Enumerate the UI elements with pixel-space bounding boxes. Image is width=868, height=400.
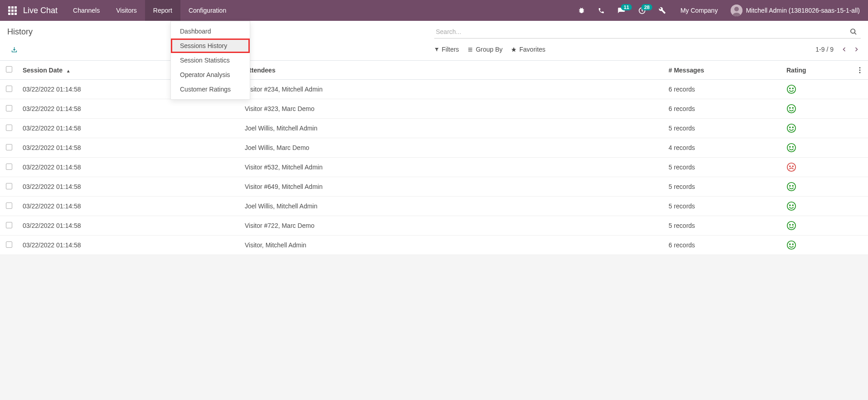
svg-point-3 — [851, 29, 855, 33]
happy-face-icon — [786, 221, 796, 231]
cell-rating — [782, 80, 854, 99]
table-row[interactable]: 03/22/2022 01:14:58Visitor, Mitchell Adm… — [0, 236, 868, 255]
column-rating[interactable]: Rating — [782, 61, 854, 80]
row-checkbox[interactable] — [6, 86, 12, 92]
groupby-button[interactable]: Group By — [467, 46, 503, 53]
row-checkbox[interactable] — [6, 105, 12, 111]
svg-point-22 — [792, 146, 793, 147]
kebab-icon — [859, 67, 861, 73]
happy-face-icon — [786, 182, 796, 192]
row-checkbox[interactable] — [6, 241, 12, 248]
cell-rating — [782, 197, 854, 216]
messages-icon[interactable]: 11 — [613, 3, 630, 18]
apps-icon[interactable] — [4, 2, 21, 19]
cell-messages: 5 records — [664, 119, 782, 138]
cell-messages: 6 records — [664, 236, 782, 255]
cell-rating — [782, 99, 854, 119]
row-checkbox[interactable] — [6, 202, 12, 209]
filters-button[interactable]: Filters — [434, 46, 459, 53]
cell-messages: 5 records — [664, 158, 782, 177]
cell-attendees: Joel Willis, Mitchell Admin — [240, 197, 664, 216]
column-messages[interactable]: # Messages — [664, 61, 782, 80]
svg-point-29 — [787, 202, 795, 210]
favorites-button[interactable]: Favorites — [511, 46, 546, 53]
row-checkbox[interactable] — [6, 183, 12, 189]
company-switcher[interactable]: My Company — [674, 7, 724, 14]
nav-item-configuration[interactable]: Configuration — [180, 0, 234, 21]
happy-face-icon — [786, 201, 796, 211]
table-row[interactable]: 03/22/2022 01:14:58Joel Willis, Marc Dem… — [0, 138, 868, 158]
nav-item-report[interactable]: Report — [145, 0, 180, 21]
nav-right: 11 28 My Company Mitchell Admin (1381802… — [573, 3, 864, 18]
svg-point-25 — [792, 166, 793, 167]
search-box — [434, 25, 861, 39]
debug-icon[interactable] — [573, 3, 590, 18]
sad-face-icon — [786, 162, 796, 172]
svg-point-34 — [792, 224, 793, 225]
cell-attendees: Visitor #532, Mitchell Admin — [240, 158, 664, 177]
svg-point-35 — [787, 241, 795, 249]
row-checkbox[interactable] — [6, 144, 12, 150]
pager-text[interactable]: 1-9 / 9 — [815, 46, 834, 53]
activities-badge: 28 — [641, 4, 652, 10]
dropdown-item-sessions-history[interactable]: Sessions History — [171, 39, 250, 53]
row-checkbox[interactable] — [6, 222, 12, 228]
svg-point-10 — [859, 72, 861, 73]
nav-item-channels[interactable]: Channels — [65, 0, 108, 21]
svg-point-16 — [792, 107, 793, 108]
svg-point-12 — [790, 88, 790, 89]
activities-icon[interactable]: 28 — [634, 3, 650, 18]
svg-point-30 — [790, 205, 790, 206]
cell-session-date: 03/22/2022 01:14:58 — [18, 99, 240, 119]
table-row[interactable]: 03/22/2022 01:14:58Visitor #722, Marc De… — [0, 216, 868, 236]
svg-point-31 — [792, 205, 793, 206]
svg-point-23 — [787, 163, 795, 171]
select-all-checkbox[interactable] — [6, 66, 12, 72]
user-menu[interactable]: Mitchell Admin (13818026-saas-15-1-all) — [728, 5, 864, 16]
row-checkbox[interactable] — [6, 125, 12, 131]
cell-attendees: Visitor #722, Marc Demo — [240, 216, 664, 236]
svg-point-36 — [790, 244, 790, 245]
app-brand[interactable]: Live Chat — [21, 6, 65, 15]
dropdown-item-dashboard[interactable]: Dashboard — [171, 24, 250, 39]
cell-rating — [782, 216, 854, 236]
table-row[interactable]: 03/22/2022 01:14:58Visitor #532, Mitchel… — [0, 158, 868, 177]
table-row[interactable]: 03/22/2022 01:14:58Visitor #323, Marc De… — [0, 99, 868, 119]
cell-messages: 6 records — [664, 80, 782, 99]
svg-point-32 — [787, 222, 795, 230]
table-row[interactable]: 03/22/2022 01:14:58Joel Willis, Mitchell… — [0, 119, 868, 138]
search-input[interactable] — [434, 25, 847, 38]
column-options[interactable] — [854, 61, 868, 80]
main-navbar: Live Chat Channels Visitors Report Confi… — [0, 0, 868, 21]
column-attendees[interactable]: Attendees — [240, 61, 664, 80]
dropdown-item-session-statistics[interactable]: Session Statistics — [171, 53, 250, 67]
table-row[interactable]: 03/22/2022 01:14:58Visitor #649, Mitchel… — [0, 177, 868, 197]
phone-icon[interactable] — [593, 4, 609, 18]
pager-next[interactable] — [852, 44, 861, 55]
svg-line-4 — [854, 33, 856, 34]
cell-rating — [782, 119, 854, 138]
avatar — [731, 5, 742, 16]
tools-icon[interactable] — [654, 3, 670, 18]
cell-messages: 5 records — [664, 216, 782, 236]
svg-point-37 — [792, 244, 793, 245]
search-icon[interactable] — [846, 26, 861, 37]
svg-point-33 — [790, 224, 790, 225]
cell-session-date: 03/22/2022 01:14:58 — [18, 138, 240, 158]
row-checkbox[interactable] — [6, 164, 12, 170]
dropdown-item-operator-analysis[interactable]: Operator Analysis — [171, 67, 250, 82]
sort-asc-icon: ▲ — [66, 68, 71, 73]
table-row[interactable]: 03/22/2022 01:14:58Visitor #234, Mitchel… — [0, 80, 868, 99]
table-row[interactable]: 03/22/2022 01:14:58Joel Willis, Mitchell… — [0, 197, 868, 216]
cell-attendees: Visitor #649, Mitchell Admin — [240, 177, 664, 197]
dropdown-item-customer-ratings[interactable]: Customer Ratings — [171, 82, 250, 96]
cell-rating — [782, 158, 854, 177]
pager-prev[interactable] — [840, 44, 849, 55]
breadcrumb: History — [7, 25, 33, 39]
happy-face-icon — [786, 143, 796, 153]
nav-item-visitors[interactable]: Visitors — [108, 0, 145, 21]
happy-face-icon — [786, 84, 796, 94]
cell-session-date: 03/22/2022 01:14:58 — [18, 158, 240, 177]
export-button[interactable] — [7, 44, 21, 55]
svg-point-20 — [787, 144, 795, 152]
